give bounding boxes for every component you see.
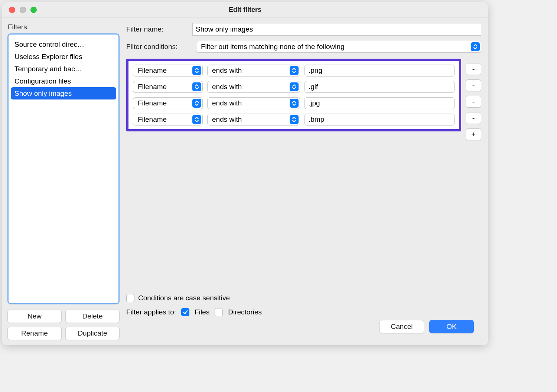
remove-condition-button[interactable]: - (466, 79, 481, 91)
filter-conditions-label: Filter conditions: (126, 43, 196, 51)
filter-list-item-selected[interactable]: Show only images (11, 87, 116, 99)
filters-list-label: Filters: (8, 23, 120, 31)
new-filter-button[interactable]: New (7, 310, 62, 323)
applies-files-label: Files (195, 308, 209, 316)
applies-to-label: Filter applies to: (126, 308, 176, 316)
remove-condition-button[interactable]: - (466, 112, 481, 124)
condition-field-value: Filename (138, 66, 167, 75)
condition-value-input[interactable] (304, 81, 455, 93)
duplicate-filter-button[interactable]: Duplicate (65, 327, 120, 340)
condition-field-select[interactable]: Filename (133, 81, 203, 93)
filter-list-item[interactable]: Source control direc… (9, 38, 118, 50)
dropdown-stepper-icon (290, 99, 299, 108)
close-window-button[interactable] (9, 7, 15, 13)
filters-list[interactable]: Source control direc… Useless Explorer f… (7, 33, 120, 304)
condition-row: Filename ends with (133, 81, 455, 93)
applies-directories-label: Directories (228, 308, 262, 316)
condition-value-input[interactable] (304, 97, 455, 109)
rename-filter-button[interactable]: Rename (7, 327, 62, 340)
dropdown-stepper-icon (192, 99, 201, 108)
condition-operator-value: ends with (212, 83, 242, 91)
dropdown-stepper-icon (290, 66, 299, 75)
ok-button[interactable]: OK (429, 320, 474, 333)
filter-list-item[interactable]: Configuration files (9, 75, 118, 87)
dropdown-stepper-icon (192, 115, 201, 124)
filter-list-item[interactable]: Useless Explorer files (9, 50, 118, 63)
condition-row: Filename ends with (133, 65, 455, 76)
condition-operator-value: ends with (212, 115, 242, 124)
condition-field-select[interactable]: Filename (133, 97, 203, 109)
condition-field-select[interactable]: Filename (133, 65, 203, 76)
condition-value-input[interactable] (304, 114, 455, 125)
zoom-window-button[interactable] (30, 7, 37, 13)
condition-operator-select[interactable]: ends with (207, 97, 300, 109)
window-controls (2, 7, 37, 13)
filter-name-input[interactable] (192, 23, 481, 36)
condition-field-value: Filename (138, 99, 167, 107)
condition-operator-select[interactable]: ends with (207, 81, 300, 93)
applies-files-checkbox[interactable] (181, 308, 189, 316)
condition-operator-value: ends with (212, 66, 242, 75)
condition-row: Filename ends with (133, 97, 455, 109)
titlebar: Edit filters (2, 2, 488, 18)
conditions-panel: Filename ends with Filename (126, 59, 461, 131)
dropdown-stepper-icon (192, 82, 201, 91)
filter-name-label: Filter name: (126, 25, 192, 33)
condition-field-value: Filename (138, 115, 167, 124)
applies-directories-checkbox[interactable] (215, 308, 223, 316)
delete-filter-button[interactable]: Delete (65, 310, 120, 323)
cancel-button[interactable]: Cancel (380, 320, 424, 333)
condition-operator-value: ends with (212, 99, 242, 107)
dropdown-stepper-icon (192, 66, 201, 75)
filter-conditions-mode-value: Filter out items matching none of the fo… (201, 43, 345, 51)
add-condition-button[interactable]: + (466, 128, 481, 140)
condition-operator-select[interactable]: ends with (207, 65, 300, 76)
remove-condition-button[interactable]: - (466, 63, 481, 75)
dropdown-stepper-icon (471, 42, 480, 51)
case-sensitive-checkbox[interactable] (126, 294, 134, 302)
condition-field-select[interactable]: Filename (133, 114, 203, 125)
case-sensitive-label: Conditions are case sensitive (138, 294, 230, 302)
window-title: Edit filters (2, 6, 488, 14)
condition-row: Filename ends with (133, 114, 455, 125)
dropdown-stepper-icon (290, 82, 299, 91)
edit-filters-dialog: Edit filters Filters: Source control dir… (2, 2, 488, 345)
condition-value-input[interactable] (304, 65, 455, 76)
remove-condition-button[interactable]: - (466, 96, 481, 108)
condition-operator-select[interactable]: ends with (207, 114, 300, 125)
filter-conditions-mode-select[interactable]: Filter out items matching none of the fo… (196, 41, 481, 53)
filter-list-item[interactable]: Temporary and bac… (9, 63, 118, 75)
condition-field-value: Filename (138, 83, 167, 91)
minimize-window-button[interactable] (20, 7, 26, 13)
dropdown-stepper-icon (290, 115, 299, 124)
